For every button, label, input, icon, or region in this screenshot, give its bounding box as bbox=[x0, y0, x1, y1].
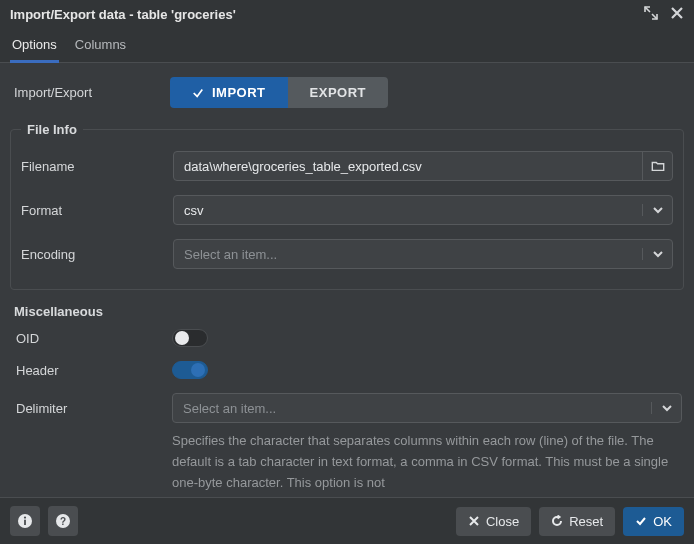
import-button[interactable]: IMPORT bbox=[170, 77, 288, 108]
tab-options[interactable]: Options bbox=[10, 29, 59, 62]
check-icon bbox=[192, 87, 204, 99]
chevron-down-icon bbox=[651, 402, 681, 414]
delimiter-select[interactable]: Select an item... bbox=[172, 393, 682, 423]
format-row: Format csv bbox=[21, 195, 673, 225]
oid-row: OID bbox=[12, 329, 682, 347]
format-select[interactable]: csv bbox=[173, 195, 673, 225]
help-button[interactable]: ? bbox=[48, 506, 78, 536]
header-label: Header bbox=[12, 363, 172, 378]
ok-button-label: OK bbox=[653, 514, 672, 529]
encoding-select[interactable]: Select an item... bbox=[173, 239, 673, 269]
reset-button[interactable]: Reset bbox=[539, 507, 615, 536]
dialog-footer: ? Close Reset OK bbox=[0, 497, 694, 544]
filename-input[interactable] bbox=[174, 152, 642, 180]
oid-toggle[interactable] bbox=[172, 329, 208, 347]
delimiter-row: Delimiter Select an item... bbox=[12, 393, 682, 423]
footer-left: ? bbox=[10, 506, 78, 536]
header-toggle[interactable] bbox=[172, 361, 208, 379]
header-row: Header bbox=[12, 361, 682, 379]
delimiter-help-text: Specifies the character that separates c… bbox=[12, 431, 682, 493]
footer-right: Close Reset OK bbox=[456, 507, 684, 536]
toggle-knob bbox=[191, 363, 205, 377]
chevron-down-icon bbox=[642, 248, 672, 260]
svg-rect-1 bbox=[24, 520, 26, 525]
encoding-placeholder: Select an item... bbox=[174, 247, 642, 262]
x-icon bbox=[468, 515, 480, 527]
import-button-label: IMPORT bbox=[212, 85, 266, 100]
misc-section: Miscellaneous OID Header Delimiter Selec… bbox=[10, 304, 684, 497]
dialog-title: Import/Export data - table 'groceries' bbox=[10, 7, 236, 22]
maximize-icon[interactable] bbox=[644, 6, 658, 23]
reset-icon bbox=[551, 515, 563, 527]
file-info-fieldset: File Info Filename Format csv bbox=[10, 122, 684, 290]
close-button-label: Close bbox=[486, 514, 519, 529]
tabs: Options Columns bbox=[0, 29, 694, 63]
check-icon bbox=[635, 515, 647, 527]
folder-icon bbox=[651, 159, 665, 173]
tab-columns[interactable]: Columns bbox=[73, 29, 128, 62]
filename-row: Filename bbox=[21, 151, 673, 181]
encoding-label: Encoding bbox=[21, 247, 173, 262]
format-value: csv bbox=[174, 203, 642, 218]
dialog-body: Import/Export IMPORT EXPORT File Info Fi… bbox=[0, 63, 694, 497]
ok-button[interactable]: OK bbox=[623, 507, 684, 536]
encoding-row: Encoding Select an item... bbox=[21, 239, 673, 269]
misc-legend: Miscellaneous bbox=[12, 304, 682, 319]
export-button[interactable]: EXPORT bbox=[288, 77, 388, 108]
toggle-knob bbox=[175, 331, 189, 345]
titlebar-controls bbox=[644, 6, 684, 23]
reset-button-label: Reset bbox=[569, 514, 603, 529]
info-icon bbox=[17, 513, 33, 529]
svg-point-2 bbox=[24, 517, 26, 519]
chevron-down-icon bbox=[642, 204, 672, 216]
help-icon: ? bbox=[55, 513, 71, 529]
import-export-row: Import/Export IMPORT EXPORT bbox=[10, 77, 684, 108]
close-icon[interactable] bbox=[670, 6, 684, 23]
info-button[interactable] bbox=[10, 506, 40, 536]
close-button[interactable]: Close bbox=[456, 507, 531, 536]
filename-label: Filename bbox=[21, 159, 173, 174]
delimiter-placeholder: Select an item... bbox=[173, 401, 651, 416]
import-export-label: Import/Export bbox=[10, 85, 170, 100]
file-info-legend: File Info bbox=[21, 122, 83, 137]
import-export-dialog: Import/Export data - table 'groceries' O… bbox=[0, 0, 694, 544]
format-label: Format bbox=[21, 203, 173, 218]
delimiter-label: Delimiter bbox=[12, 401, 172, 416]
import-export-segment: IMPORT EXPORT bbox=[170, 77, 388, 108]
oid-label: OID bbox=[12, 331, 172, 346]
export-button-label: EXPORT bbox=[310, 85, 366, 100]
svg-text:?: ? bbox=[60, 516, 66, 527]
browse-button[interactable] bbox=[642, 152, 672, 180]
filename-input-wrap bbox=[173, 151, 673, 181]
titlebar: Import/Export data - table 'groceries' bbox=[0, 0, 694, 29]
